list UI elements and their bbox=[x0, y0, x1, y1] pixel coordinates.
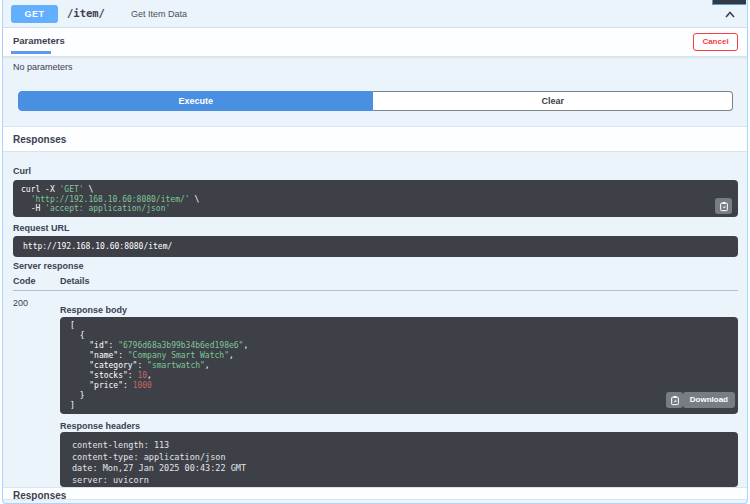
endpoint-path: /item/ bbox=[67, 7, 105, 19]
execute-button[interactable]: Execute bbox=[18, 91, 373, 111]
endpoint-header[interactable]: GET /item/ Get Item Data bbox=[3, 0, 747, 28]
collapse-button[interactable] bbox=[723, 6, 741, 24]
topbar-fragment bbox=[712, 0, 746, 5]
swagger-ui-page: GET /item/ Get Item Data Parameters Canc… bbox=[0, 0, 750, 504]
documented-responses-header: Responses bbox=[3, 487, 747, 500]
http-method-badge: GET bbox=[11, 5, 58, 23]
responses-heading: Responses bbox=[13, 134, 66, 145]
copy-curl-button[interactable] bbox=[715, 198, 732, 214]
clear-button[interactable]: Clear bbox=[373, 91, 733, 111]
curl-command-block[interactable]: curl -X 'GET' \ 'http://192.168.10.60:80… bbox=[13, 180, 738, 217]
execute-bar: Execute Clear bbox=[18, 91, 733, 111]
response-body-block[interactable]: [ { "id": "6796d68a3b99b34b6ed198e6", "n… bbox=[60, 317, 738, 414]
responses-section-header: Responses bbox=[3, 126, 747, 152]
parameters-section-header: Parameters Cancel bbox=[3, 28, 747, 57]
server-response-label: Server response bbox=[13, 261, 84, 271]
clipboard-copy-icon bbox=[719, 201, 729, 212]
response-body-label: Response body bbox=[60, 305, 127, 315]
request-url-block: http://192.168.10.60:8080/item/ bbox=[13, 236, 738, 257]
table-divider bbox=[13, 290, 738, 291]
request-url-label: Request URL bbox=[13, 223, 70, 233]
curl-label: Curl bbox=[13, 166, 31, 176]
code-column-header: Code bbox=[13, 276, 36, 286]
download-button[interactable]: Download bbox=[683, 392, 735, 408]
clipboard-copy-icon bbox=[670, 395, 680, 406]
details-column-header: Details bbox=[60, 276, 90, 286]
chevron-up-icon bbox=[723, 8, 741, 22]
status-code: 200 bbox=[13, 298, 28, 308]
cancel-button[interactable]: Cancel bbox=[693, 33, 738, 51]
response-headers-block: content-length: 113content-type: applica… bbox=[60, 432, 738, 487]
no-parameters-text: No parameters bbox=[13, 62, 73, 72]
endpoint-summary: Get Item Data bbox=[131, 9, 187, 19]
get-endpoint-block: GET /item/ Get Item Data Parameters Canc… bbox=[2, 0, 748, 504]
active-tab-underline bbox=[11, 51, 51, 54]
copy-response-button[interactable] bbox=[666, 392, 683, 408]
parameters-tab[interactable]: Parameters bbox=[13, 35, 65, 46]
response-headers-label: Response headers bbox=[60, 421, 140, 431]
responses-heading-bottom: Responses bbox=[13, 490, 66, 501]
